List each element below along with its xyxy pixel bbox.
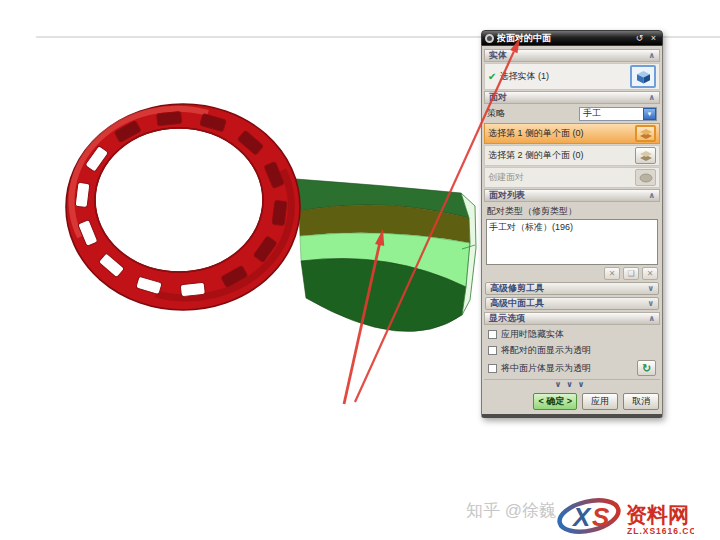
select-solid-label: 选择实体 (1) [499,70,549,83]
section-pairlist-label: 面对列表 [489,189,525,202]
advanced-midsurface-group[interactable]: 高级中面工具 ∨ [485,297,659,310]
dropdown-arrow-icon[interactable]: ▼ [643,108,656,120]
select-solid-row[interactable]: ✔ 选择实体 (1) [484,63,660,90]
logo-site-name: 资料网 [626,503,689,526]
create-pair-label: 创建面对 [488,171,524,184]
expand-icon: ∨ [555,380,567,389]
midsurface-translucent-row[interactable]: 将中面片体显示为透明 ↻ [488,360,656,376]
dialog-body: 实体 ∧ ✔ 选择实体 (1) 面对 ∧ 策略 [481,46,663,418]
logo-site-url: ZL.XS1616.COM [627,526,694,536]
strategy-label: 策略 [487,107,505,120]
pair-list-item[interactable]: 手工对（标准）(196) [489,221,655,234]
paired-faces-label: 将配对的面显示为透明 [501,344,591,357]
select-side2-row[interactable]: 选择第 2 侧的单个面 (0) [484,145,660,166]
logo-letter-s: S [592,502,610,532]
side2-face-button[interactable] [635,147,656,164]
select-side1-label: 选择第 1 侧的单个面 (0) [488,127,584,140]
collapse-icon[interactable]: ∧ [649,191,656,200]
advanced-trim-label: 高级修剪工具 [490,282,544,295]
advanced-trim-group[interactable]: 高级修剪工具 ∨ [485,282,659,295]
pair-list-actions: ✕ ❏ ✕ [484,267,658,280]
apply-button[interactable]: 应用 [582,393,618,410]
section-solid-label: 实体 [489,49,507,62]
hide-solid-checkbox-row[interactable]: 应用时隐藏实体 [488,328,656,341]
checkbox-icon[interactable] [488,346,497,355]
create-pair-button [635,169,656,186]
section-header-display[interactable]: 显示选项 ∧ [484,312,660,325]
refresh-icon: ↻ [642,362,651,375]
site-logo: X S 资料网 ZL.XS1616.COM [556,492,694,538]
midsurface-dialog: 按面对的中面 ↺ × 实体 ∧ ✔ 选择实体 (1) [481,30,663,418]
section-facepair-label: 面对 [489,91,507,104]
section-header-pairlist[interactable]: 面对列表 ∧ [484,189,660,202]
solid-select-button[interactable] [630,65,656,88]
expand-icon: ∨ [578,380,590,389]
checkbox-icon[interactable] [488,330,497,339]
cube-icon [636,70,651,84]
collapse-icon[interactable]: ∧ [649,93,656,102]
section-header-solid[interactable]: 实体 ∧ [484,49,660,62]
reset-icon[interactable]: ↺ [634,33,645,43]
side1-face-button[interactable] [635,125,656,142]
strategy-value: 手工 [583,107,643,120]
copy-pair-icon[interactable]: ❏ [623,267,639,280]
section-header-facepair[interactable]: 面对 ∧ [484,91,660,104]
create-pair-row: 创建面对 [484,167,660,188]
select-side2-label: 选择第 2 侧的单个面 (0) [488,149,584,162]
face-pair-icon [639,150,653,162]
refresh-display-button[interactable]: ↻ [637,360,656,376]
red-ring-model[interactable] [66,104,300,310]
green-wedge-model[interactable] [296,179,476,331]
dialog-title: 按面对的中面 [497,32,631,45]
dialog-titlebar[interactable]: 按面对的中面 ↺ × [481,30,663,46]
expand-icon[interactable]: ∨ [648,284,655,293]
delete-pair-icon[interactable]: ✕ [604,267,620,280]
expand-icon: ∨ [566,380,578,389]
hide-solid-label: 应用时隐藏实体 [501,328,564,341]
app-window: 按面对的中面 ↺ × 实体 ∧ ✔ 选择实体 (1) [0,0,720,540]
checkbox-icon[interactable] [488,364,497,373]
logo-letter-x: X [571,502,592,532]
select-side1-row[interactable]: 选择第 1 侧的单个面 (0) [484,123,660,144]
advanced-midsurface-label: 高级中面工具 [490,297,544,310]
strategy-dropdown[interactable]: 手工 ▼ [579,107,657,121]
pair-blob-icon [639,173,653,183]
collapse-icon[interactable]: ∧ [649,51,656,60]
collapse-icon[interactable]: ∧ [649,314,656,323]
remove-all-icon[interactable]: ✕ [642,267,658,280]
dialog-menu-icon[interactable] [485,34,494,43]
more-options-expander[interactable]: ∨∨∨ [484,379,660,389]
paired-faces-translucent-row[interactable]: 将配对的面显示为透明 [488,344,656,357]
watermark: 知乎 @徐巍 X S 资料网 ZL.XS1616.COM [466,492,694,538]
pair-type-label: 配对类型（修剪类型） [487,205,657,218]
expand-icon[interactable]: ∨ [648,299,655,308]
close-icon[interactable]: × [648,33,659,43]
midsurface-translucent-label: 将中面片体显示为透明 [501,362,591,375]
strategy-row: 策略 手工 ▼ [484,105,660,122]
face-pair-icon [639,128,653,140]
cancel-button[interactable]: 取消 [623,393,659,410]
dialog-buttons: < 确定 > 应用 取消 [484,389,660,414]
ok-button[interactable]: < 确定 > [533,393,577,410]
section-display-label: 显示选项 [489,312,525,325]
check-icon: ✔ [488,71,496,82]
pair-list[interactable]: 手工对（标准）(196) [486,219,658,265]
watermark-text: 知乎 @徐巍 [466,492,556,522]
